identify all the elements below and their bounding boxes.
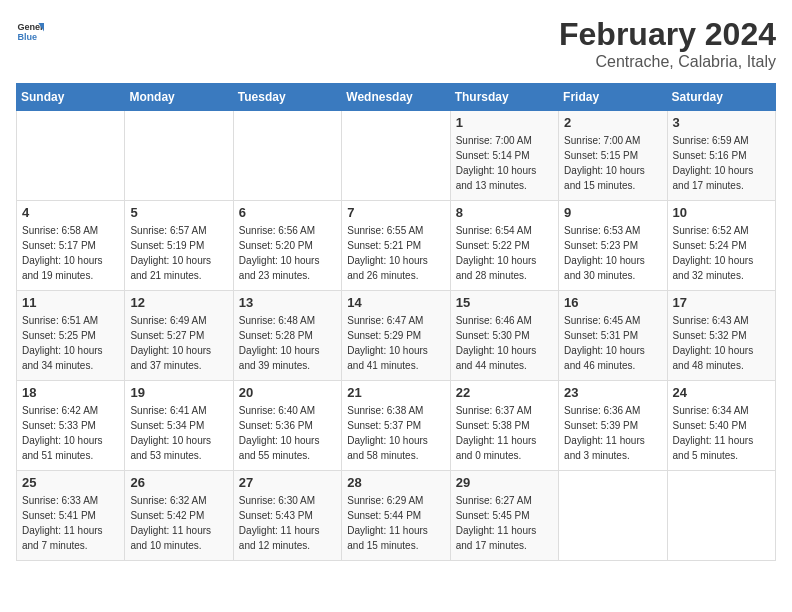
day-number: 25 [22, 475, 119, 490]
day-info: Sunrise: 6:46 AM Sunset: 5:30 PM Dayligh… [456, 313, 553, 373]
day-info: Sunrise: 6:34 AM Sunset: 5:40 PM Dayligh… [673, 403, 770, 463]
calendar-cell: 4Sunrise: 6:58 AM Sunset: 5:17 PM Daylig… [17, 201, 125, 291]
day-info: Sunrise: 6:29 AM Sunset: 5:44 PM Dayligh… [347, 493, 444, 553]
weekday-header-cell: Thursday [450, 84, 558, 111]
logo-icon: General Blue [16, 16, 44, 44]
day-info: Sunrise: 7:00 AM Sunset: 5:14 PM Dayligh… [456, 133, 553, 193]
calendar-cell: 20Sunrise: 6:40 AM Sunset: 5:36 PM Dayli… [233, 381, 341, 471]
calendar-week-row: 18Sunrise: 6:42 AM Sunset: 5:33 PM Dayli… [17, 381, 776, 471]
day-info: Sunrise: 6:40 AM Sunset: 5:36 PM Dayligh… [239, 403, 336, 463]
day-info: Sunrise: 6:42 AM Sunset: 5:33 PM Dayligh… [22, 403, 119, 463]
calendar-week-row: 1Sunrise: 7:00 AM Sunset: 5:14 PM Daylig… [17, 111, 776, 201]
day-number: 13 [239, 295, 336, 310]
day-number: 16 [564, 295, 661, 310]
day-info: Sunrise: 6:56 AM Sunset: 5:20 PM Dayligh… [239, 223, 336, 283]
day-number: 2 [564, 115, 661, 130]
calendar-cell: 13Sunrise: 6:48 AM Sunset: 5:28 PM Dayli… [233, 291, 341, 381]
day-number: 22 [456, 385, 553, 400]
svg-text:Blue: Blue [17, 32, 37, 42]
day-number: 15 [456, 295, 553, 310]
day-number: 8 [456, 205, 553, 220]
day-number: 6 [239, 205, 336, 220]
calendar-week-row: 25Sunrise: 6:33 AM Sunset: 5:41 PM Dayli… [17, 471, 776, 561]
weekday-header-cell: Wednesday [342, 84, 450, 111]
day-info: Sunrise: 6:43 AM Sunset: 5:32 PM Dayligh… [673, 313, 770, 373]
calendar-cell [17, 111, 125, 201]
day-info: Sunrise: 6:53 AM Sunset: 5:23 PM Dayligh… [564, 223, 661, 283]
day-number: 18 [22, 385, 119, 400]
calendar-cell: 14Sunrise: 6:47 AM Sunset: 5:29 PM Dayli… [342, 291, 450, 381]
calendar-cell [342, 111, 450, 201]
page-header: General Blue February 2024 Centrache, Ca… [16, 16, 776, 71]
day-info: Sunrise: 6:58 AM Sunset: 5:17 PM Dayligh… [22, 223, 119, 283]
calendar-cell: 7Sunrise: 6:55 AM Sunset: 5:21 PM Daylig… [342, 201, 450, 291]
calendar-cell: 5Sunrise: 6:57 AM Sunset: 5:19 PM Daylig… [125, 201, 233, 291]
calendar-cell: 8Sunrise: 6:54 AM Sunset: 5:22 PM Daylig… [450, 201, 558, 291]
calendar-cell: 28Sunrise: 6:29 AM Sunset: 5:44 PM Dayli… [342, 471, 450, 561]
day-info: Sunrise: 6:49 AM Sunset: 5:27 PM Dayligh… [130, 313, 227, 373]
day-number: 10 [673, 205, 770, 220]
day-number: 26 [130, 475, 227, 490]
day-info: Sunrise: 6:30 AM Sunset: 5:43 PM Dayligh… [239, 493, 336, 553]
day-number: 4 [22, 205, 119, 220]
calendar-cell: 6Sunrise: 6:56 AM Sunset: 5:20 PM Daylig… [233, 201, 341, 291]
title-block: February 2024 Centrache, Calabria, Italy [559, 16, 776, 71]
weekday-header-cell: Saturday [667, 84, 775, 111]
day-number: 5 [130, 205, 227, 220]
calendar-cell: 10Sunrise: 6:52 AM Sunset: 5:24 PM Dayli… [667, 201, 775, 291]
day-number: 3 [673, 115, 770, 130]
calendar-cell: 24Sunrise: 6:34 AM Sunset: 5:40 PM Dayli… [667, 381, 775, 471]
calendar-cell: 15Sunrise: 6:46 AM Sunset: 5:30 PM Dayli… [450, 291, 558, 381]
day-number: 12 [130, 295, 227, 310]
calendar-cell: 18Sunrise: 6:42 AM Sunset: 5:33 PM Dayli… [17, 381, 125, 471]
day-number: 23 [564, 385, 661, 400]
calendar-cell: 23Sunrise: 6:36 AM Sunset: 5:39 PM Dayli… [559, 381, 667, 471]
day-info: Sunrise: 6:59 AM Sunset: 5:16 PM Dayligh… [673, 133, 770, 193]
day-info: Sunrise: 6:52 AM Sunset: 5:24 PM Dayligh… [673, 223, 770, 283]
day-number: 11 [22, 295, 119, 310]
calendar-cell: 12Sunrise: 6:49 AM Sunset: 5:27 PM Dayli… [125, 291, 233, 381]
day-info: Sunrise: 6:47 AM Sunset: 5:29 PM Dayligh… [347, 313, 444, 373]
calendar-week-row: 4Sunrise: 6:58 AM Sunset: 5:17 PM Daylig… [17, 201, 776, 291]
calendar-week-row: 11Sunrise: 6:51 AM Sunset: 5:25 PM Dayli… [17, 291, 776, 381]
day-number: 17 [673, 295, 770, 310]
day-number: 14 [347, 295, 444, 310]
calendar-cell: 9Sunrise: 6:53 AM Sunset: 5:23 PM Daylig… [559, 201, 667, 291]
calendar-cell: 1Sunrise: 7:00 AM Sunset: 5:14 PM Daylig… [450, 111, 558, 201]
calendar-cell: 22Sunrise: 6:37 AM Sunset: 5:38 PM Dayli… [450, 381, 558, 471]
day-info: Sunrise: 6:51 AM Sunset: 5:25 PM Dayligh… [22, 313, 119, 373]
day-info: Sunrise: 6:27 AM Sunset: 5:45 PM Dayligh… [456, 493, 553, 553]
day-number: 28 [347, 475, 444, 490]
calendar-cell: 17Sunrise: 6:43 AM Sunset: 5:32 PM Dayli… [667, 291, 775, 381]
day-number: 7 [347, 205, 444, 220]
calendar-cell [667, 471, 775, 561]
day-number: 24 [673, 385, 770, 400]
day-info: Sunrise: 6:38 AM Sunset: 5:37 PM Dayligh… [347, 403, 444, 463]
day-info: Sunrise: 6:36 AM Sunset: 5:39 PM Dayligh… [564, 403, 661, 463]
weekday-header-cell: Tuesday [233, 84, 341, 111]
day-number: 29 [456, 475, 553, 490]
calendar-cell: 29Sunrise: 6:27 AM Sunset: 5:45 PM Dayli… [450, 471, 558, 561]
calendar-cell: 2Sunrise: 7:00 AM Sunset: 5:15 PM Daylig… [559, 111, 667, 201]
calendar-cell: 3Sunrise: 6:59 AM Sunset: 5:16 PM Daylig… [667, 111, 775, 201]
calendar-cell: 11Sunrise: 6:51 AM Sunset: 5:25 PM Dayli… [17, 291, 125, 381]
calendar-cell: 19Sunrise: 6:41 AM Sunset: 5:34 PM Dayli… [125, 381, 233, 471]
day-info: Sunrise: 6:48 AM Sunset: 5:28 PM Dayligh… [239, 313, 336, 373]
calendar-cell: 21Sunrise: 6:38 AM Sunset: 5:37 PM Dayli… [342, 381, 450, 471]
day-info: Sunrise: 6:45 AM Sunset: 5:31 PM Dayligh… [564, 313, 661, 373]
logo: General Blue [16, 16, 44, 44]
calendar-cell [125, 111, 233, 201]
calendar-cell: 26Sunrise: 6:32 AM Sunset: 5:42 PM Dayli… [125, 471, 233, 561]
day-number: 9 [564, 205, 661, 220]
calendar-table: SundayMondayTuesdayWednesdayThursdayFrid… [16, 83, 776, 561]
day-info: Sunrise: 6:32 AM Sunset: 5:42 PM Dayligh… [130, 493, 227, 553]
day-info: Sunrise: 6:54 AM Sunset: 5:22 PM Dayligh… [456, 223, 553, 283]
calendar-cell: 16Sunrise: 6:45 AM Sunset: 5:31 PM Dayli… [559, 291, 667, 381]
weekday-header-cell: Friday [559, 84, 667, 111]
month-year-title: February 2024 [559, 16, 776, 53]
weekday-header-cell: Sunday [17, 84, 125, 111]
day-info: Sunrise: 6:57 AM Sunset: 5:19 PM Dayligh… [130, 223, 227, 283]
calendar-cell: 25Sunrise: 6:33 AM Sunset: 5:41 PM Dayli… [17, 471, 125, 561]
calendar-cell [233, 111, 341, 201]
location-subtitle: Centrache, Calabria, Italy [559, 53, 776, 71]
